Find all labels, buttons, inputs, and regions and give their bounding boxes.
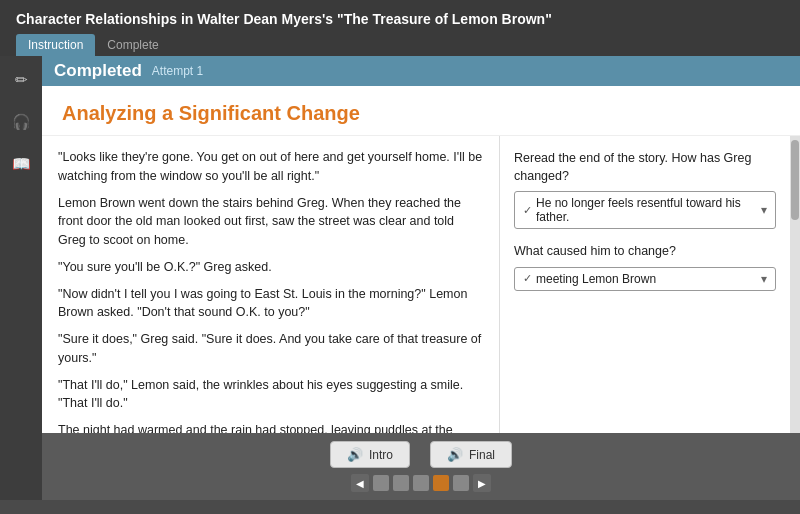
next-arrow[interactable]: ▶ bbox=[473, 474, 491, 492]
status-bar: Completed Attempt 1 bbox=[42, 56, 800, 86]
final-label: Final bbox=[469, 448, 495, 462]
text-panel: "Looks like they're gone. You get on out… bbox=[42, 136, 500, 433]
headphones-icon[interactable]: 🎧 bbox=[7, 108, 35, 136]
intro-label: Intro bbox=[369, 448, 393, 462]
question-1-label: Reread the end of the story. How has Gre… bbox=[514, 150, 776, 185]
main-container: ✏ 🎧 📖 Completed Attempt 1 Analyzing a Si… bbox=[0, 56, 800, 500]
paragraph-3: "You sure you'll be O.K.?" Greg asked. bbox=[58, 258, 483, 277]
page-title: Character Relationships in Walter Dean M… bbox=[16, 10, 784, 28]
check-icon-1: ✓ bbox=[523, 204, 532, 217]
nav-dot-3[interactable] bbox=[413, 475, 429, 491]
lesson-body: "Looks like they're gone. You get on out… bbox=[42, 136, 800, 433]
chevron-down-icon-2: ▾ bbox=[761, 272, 767, 286]
tab-bar: Instruction Complete bbox=[16, 34, 784, 56]
nav-dot-1[interactable] bbox=[373, 475, 389, 491]
bottom-bar: 🔊 Intro 🔊 Final ◀ ▶ bbox=[42, 433, 800, 500]
question-panel: Reread the end of the story. How has Gre… bbox=[500, 136, 790, 433]
tab-instruction[interactable]: Instruction bbox=[16, 34, 95, 56]
question-2-label: What caused him to change? bbox=[514, 243, 776, 261]
pencil-icon[interactable]: ✏ bbox=[7, 66, 35, 94]
speaker-icon-final: 🔊 bbox=[447, 447, 463, 462]
sidebar: ✏ 🎧 📖 bbox=[0, 56, 42, 500]
speaker-icon-intro: 🔊 bbox=[347, 447, 363, 462]
paragraph-5: "Sure it does," Greg said. "Sure it does… bbox=[58, 330, 483, 368]
question-1-dropdown[interactable]: ✓ He no longer feels resentful toward hi… bbox=[514, 191, 776, 229]
question-2-dropdown[interactable]: ✓ meeting Lemon Brown ▾ bbox=[514, 267, 776, 291]
intro-button[interactable]: 🔊 Intro bbox=[330, 441, 410, 468]
paragraph-2: Lemon Brown went down the stairs behind … bbox=[58, 194, 483, 250]
paragraph-4: "Now didn't I tell you I was going to Ea… bbox=[58, 285, 483, 323]
final-button[interactable]: 🔊 Final bbox=[430, 441, 512, 468]
question-2-answer: meeting Lemon Brown bbox=[536, 272, 656, 286]
nav-dot-2[interactable] bbox=[393, 475, 409, 491]
question-1-block: Reread the end of the story. How has Gre… bbox=[514, 150, 776, 229]
check-icon-2: ✓ bbox=[523, 272, 532, 285]
prev-arrow[interactable]: ◀ bbox=[351, 474, 369, 492]
status-completed: Completed bbox=[54, 61, 142, 81]
tab-complete[interactable]: Complete bbox=[95, 34, 170, 56]
audio-buttons: 🔊 Intro 🔊 Final bbox=[330, 441, 512, 468]
question-1-answer: He no longer feels resentful toward his … bbox=[536, 196, 761, 224]
lesson-title: Analyzing a Significant Change bbox=[42, 86, 800, 136]
scrollbar-track bbox=[790, 136, 800, 433]
content-area: Completed Attempt 1 Analyzing a Signific… bbox=[42, 56, 800, 500]
paragraph-6: "That I'll do," Lemon said, the wrinkles… bbox=[58, 376, 483, 414]
question-2-block: What caused him to change? ✓ meeting Lem… bbox=[514, 243, 776, 291]
nav-dot-5[interactable] bbox=[453, 475, 469, 491]
lesson-content: Analyzing a Significant Change "Looks li… bbox=[42, 86, 800, 433]
nav-dots: ◀ ▶ bbox=[351, 474, 491, 492]
chevron-down-icon-1: ▾ bbox=[761, 203, 767, 217]
paragraph-1: "Looks like they're gone. You get on out… bbox=[58, 148, 483, 186]
book-icon[interactable]: 📖 bbox=[7, 150, 35, 178]
nav-dot-4[interactable] bbox=[433, 475, 449, 491]
paragraph-7: The night had warmed and the rain had st… bbox=[58, 421, 483, 433]
attempt-badge: Attempt 1 bbox=[152, 64, 203, 78]
scrollbar-thumb[interactable] bbox=[791, 140, 799, 220]
top-bar: Character Relationships in Walter Dean M… bbox=[0, 0, 800, 56]
